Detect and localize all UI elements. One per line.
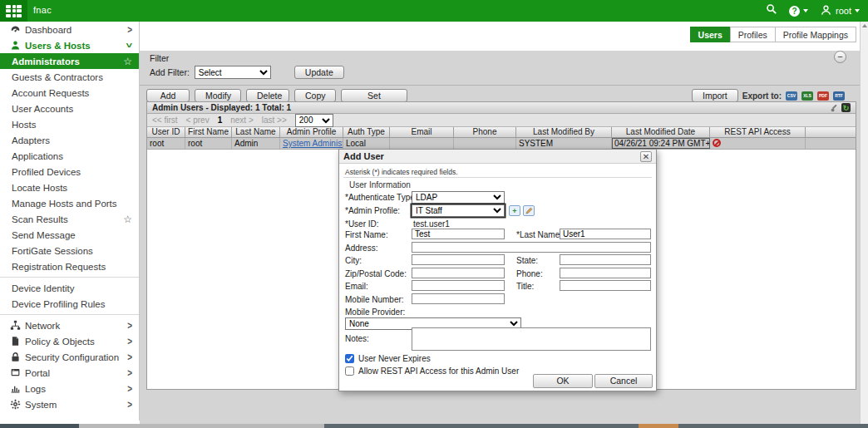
table-settings-icon[interactable]	[830, 103, 839, 112]
sidebar-item-profiled-devices[interactable]: Profiled Devices	[0, 164, 139, 180]
sidebar-item-applications[interactable]: Applications	[0, 148, 139, 164]
user-never-expires-checkbox[interactable]	[345, 354, 354, 363]
sidebar-item-manage-hosts-and-ports[interactable]: Manage Hosts and Ports	[0, 195, 139, 211]
city-field[interactable]	[412, 254, 505, 265]
scroll-up-icon	[862, 24, 867, 27]
add-filter-select[interactable]: Select	[195, 66, 271, 79]
user-menu[interactable]: root	[820, 4, 860, 18]
page-first[interactable]: << first	[152, 116, 178, 125]
title-label: Title:	[516, 282, 534, 291]
sidebar-item-policy-objects[interactable]: Policy & Objects>	[0, 333, 139, 349]
title-field[interactable]	[560, 280, 651, 291]
close-icon[interactable]: ✕	[640, 151, 652, 162]
export-xls-icon[interactable]: XLS	[801, 91, 813, 101]
sidebar-item-fortigate-sessions[interactable]: FortiGate Sessions	[0, 243, 139, 258]
ok-button[interactable]: OK	[533, 374, 593, 388]
col-user-id[interactable]: User ID	[147, 127, 185, 137]
address-field[interactable]	[412, 242, 651, 253]
sidebar-item-portal[interactable]: Portal>	[0, 365, 139, 381]
sidebar-item-dashboard[interactable]: Dashboard>	[0, 22, 139, 37]
horizontal-scrollbar[interactable]	[0, 424, 868, 428]
col-last-modified-date[interactable]: Last Modified Date	[612, 127, 710, 137]
tab-users[interactable]: Users	[690, 27, 731, 42]
vertical-scrollbar[interactable]	[860, 22, 868, 424]
sidebar-item-device-profiling-rules[interactable]: Device Profiling Rules	[0, 296, 139, 312]
zip-field[interactable]	[412, 268, 505, 278]
tab-profile-mappings[interactable]: Profile Mappings	[775, 27, 856, 42]
page-last[interactable]: last >>	[262, 116, 287, 125]
fortinet-logo[interactable]	[0, 0, 27, 22]
sidebar-item-system[interactable]: System>	[0, 396, 139, 412]
col-email[interactable]: Email	[390, 127, 454, 137]
add-button[interactable]: Add	[146, 89, 190, 102]
sidebar-item-device-identity[interactable]: Device Identity	[0, 280, 139, 296]
import-button[interactable]: Import	[692, 89, 738, 102]
col-admin-profile[interactable]: Admin Profile	[280, 127, 343, 137]
sidebar-item-security-configuration[interactable]: Security Configuration>	[0, 349, 139, 365]
cell-last-name: Admin	[232, 138, 280, 149]
col-rest-api-access[interactable]: REST API Access	[710, 127, 806, 137]
page-next[interactable]: next >	[230, 116, 254, 125]
phone-field[interactable]	[560, 268, 651, 278]
scrollbar-thumb[interactable]	[639, 424, 678, 428]
sidebar-item-scan-results[interactable]: Scan Results☆	[0, 211, 139, 227]
mobile-number-field[interactable]	[412, 293, 505, 304]
sidebar-item-label: FortiGate Sessions	[12, 246, 139, 256]
table-row[interactable]: root root Admin System Administrator Loc…	[147, 138, 856, 150]
sidebar-item-registration-requests[interactable]: Registration Requests	[0, 258, 139, 274]
star-icon[interactable]: ☆	[123, 214, 132, 225]
help-menu[interactable]: ?	[789, 6, 808, 17]
export-pdf-icon[interactable]: PDF	[817, 91, 829, 101]
sidebar-item-network[interactable]: Network>	[0, 317, 139, 333]
notes-field[interactable]	[412, 327, 651, 351]
sidebar-item-label: Applications	[12, 151, 139, 161]
col-phone[interactable]: Phone	[454, 127, 516, 137]
action-toolbar: Add Modify Delete Copy Set Expiration	[146, 89, 407, 102]
refresh-icon[interactable]: ↻	[841, 103, 851, 112]
col-auth-type[interactable]: Auth Type	[343, 127, 390, 137]
cancel-button[interactable]: Cancel	[594, 374, 653, 388]
col-last-name[interactable]: Last Name	[232, 127, 280, 137]
sidebar-item-hosts[interactable]: Hosts	[0, 116, 139, 132]
state-label: State:	[516, 256, 538, 265]
page-prev[interactable]: < prev	[186, 116, 210, 125]
dialog-title-bar[interactable]: Add User ✕	[339, 150, 656, 164]
admin-profile-select[interactable]: IT Staff	[412, 204, 505, 217]
sidebar-item-logs[interactable]: Logs>	[0, 381, 139, 396]
state-field[interactable]	[560, 254, 651, 265]
delete-button[interactable]: Delete	[246, 89, 289, 102]
allow-rest-api-checkbox[interactable]	[345, 367, 354, 376]
search-icon[interactable]	[766, 3, 777, 18]
admin-profile-link[interactable]: System Administrator	[283, 139, 343, 148]
sidebar-item-account-requests[interactable]: Account Requests	[0, 85, 139, 101]
first-name-field[interactable]	[412, 229, 505, 239]
export-rtf-icon[interactable]: RTF	[833, 91, 845, 101]
sidebar-item-user-accounts[interactable]: User Accounts	[0, 101, 139, 116]
fortinet-grid-icon	[6, 5, 22, 17]
collapse-filter-button[interactable]: −	[834, 51, 846, 63]
last-name-field[interactable]	[560, 229, 651, 239]
page-current: 1	[218, 116, 223, 125]
col-last-modified-by[interactable]: Last Modified By	[516, 127, 612, 137]
sidebar-item-adapters[interactable]: Adapters	[0, 132, 139, 148]
set-expiration-button[interactable]: Set Expiration	[341, 89, 407, 102]
sidebar-item-send-message[interactable]: Send Message	[0, 227, 139, 243]
logs-icon	[7, 383, 23, 394]
edit-profile-icon[interactable]	[523, 205, 535, 216]
modify-button[interactable]: Modify	[195, 89, 241, 102]
sidebar-item-users-hosts[interactable]: Users & Hosts>	[0, 37, 139, 53]
export-csv-icon[interactable]: CSV	[786, 91, 797, 101]
add-profile-icon[interactable]: +	[509, 205, 520, 216]
copy-button[interactable]: Copy	[294, 89, 336, 102]
star-icon[interactable]: ☆	[123, 56, 132, 67]
sidebar-item-locate-hosts[interactable]: Locate Hosts	[0, 180, 139, 195]
page-size-select[interactable]: 200	[295, 114, 333, 127]
tab-profiles[interactable]: Profiles	[730, 27, 776, 42]
authenticate-type-select[interactable]: LDAP	[412, 191, 505, 204]
sidebar-item-guests-contractors[interactable]: Guests & Contractors	[0, 69, 139, 85]
col-first-name[interactable]: First Name	[185, 127, 232, 137]
update-button[interactable]: Update	[294, 66, 344, 79]
notes-label: Notes:	[345, 334, 369, 343]
sidebar-item-administrators[interactable]: Administrators☆	[0, 53, 139, 69]
email-field[interactable]	[412, 280, 505, 291]
